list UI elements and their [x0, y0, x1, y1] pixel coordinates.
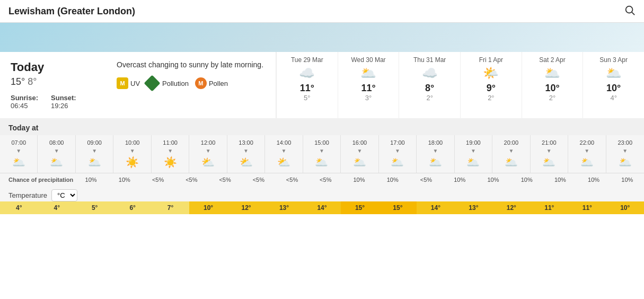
hour-icon: ☀️: [153, 154, 188, 171]
forecast-day-2: Thu 31 Mar ☁️ 8° 2°: [399, 52, 460, 118]
svg-line-1: [632, 12, 634, 15]
hour-icon: 🌥️: [493, 154, 528, 171]
temp-bar-grid: 4°4°5°6°7°10°12°13°14°15°15°14°13°12°11°…: [0, 201, 644, 214]
forecast-low: 3°: [340, 94, 397, 102]
temp-cell-6: 12°: [227, 201, 265, 214]
hour-arrow: ▼: [607, 148, 643, 154]
hour-icon: 🌥️: [418, 154, 453, 171]
sunset-label: Sunset:: [51, 94, 76, 102]
hour-icon: 🌥️: [342, 154, 377, 171]
hourly-col-12: 19:00 ▼ 🌥️: [455, 135, 492, 173]
forecast-low: 4°: [585, 94, 642, 102]
svg-point-0: [626, 6, 633, 13]
hour-arrow: ▼: [569, 148, 604, 154]
hour-label: 22:00: [569, 137, 604, 148]
hour-label: 13:00: [228, 137, 263, 148]
forecast-low: 2°: [401, 94, 458, 102]
forecast-icon: 🌥️: [524, 66, 581, 81]
precip-row: Chance of precipitation 10%10%<5%<5%<5%<…: [0, 173, 644, 186]
hour-icon: ⛅: [266, 154, 301, 171]
hourly-col-4: 11:00 ▼ ☀️: [152, 135, 189, 173]
chance-label: Chance of precipitation: [8, 177, 73, 183]
hour-arrow: ▼: [380, 148, 415, 154]
hourly-col-9: 16:00 ▼ 🌥️: [341, 135, 378, 173]
precip-val-8: 10%: [342, 175, 376, 184]
hour-label: 18:00: [418, 137, 453, 148]
top-panel: Today 15° 8° Sunrise: 06:45 Sunset: 19:2…: [0, 52, 644, 118]
today-low: 8°: [28, 76, 37, 87]
precip-val-3: <5%: [175, 175, 208, 184]
temp-cell-14: 11°: [531, 201, 568, 214]
sunrise-sunset: Sunrise: 06:45 Sunset: 19:26: [11, 94, 95, 110]
forecast-day-5: Sun 3 Apr 🌥️ 10° 4°: [583, 52, 644, 118]
forecast-date: Wed 30 Mar: [340, 56, 397, 64]
pollen-indicator: M Pollen: [195, 77, 228, 89]
forecast-day-0: Tue 29 Mar ☁️ 11° 5°: [276, 52, 338, 118]
precip-val-11: 10%: [443, 175, 477, 184]
hour-label: 16:00: [342, 137, 377, 148]
hour-arrow: ▼: [153, 148, 188, 154]
hour-arrow: ▼: [77, 148, 112, 154]
forecast-icon: 🌥️: [585, 66, 642, 81]
pollen-badge: M: [195, 77, 207, 89]
precip-val-0: 10%: [74, 175, 108, 184]
hour-icon: 🌥️: [304, 154, 339, 171]
hour-label: 10:00: [114, 137, 149, 148]
hour-icon: 🌥️: [607, 154, 643, 171]
precip-grid: 10%10%<5%<5%<5%<5%<5%<5%10%10%<5%10%10%1…: [74, 175, 644, 184]
hourly-col-1: 08:00 ▼ 🌥️: [38, 135, 75, 173]
temp-control-row: Temperature °C °F: [0, 186, 644, 201]
hourly-col-5: 12:00 ▼ ⛅: [189, 135, 227, 173]
hourly-col-13: 20:00 ▼ 🌥️: [492, 135, 530, 173]
hour-label: 19:00: [456, 137, 491, 148]
sunrise-label: Sunrise:: [11, 94, 38, 102]
precip-val-6: <5%: [275, 175, 308, 184]
hourly-grid-wrap: 07:00 ▼ 🌥️ 08:00 ▼ 🌥️ 09:00 ▼ 🌥️ 10:00 ▼…: [0, 135, 644, 173]
temp-unit-select[interactable]: °C °F: [51, 189, 77, 201]
hour-arrow: ▼: [456, 148, 491, 154]
hourly-col-0: 07:00 ▼ 🌥️: [0, 135, 38, 173]
hour-arrow: ▼: [39, 148, 74, 154]
sunset-time: 19:26: [51, 102, 68, 110]
today-at-header: Today at: [0, 118, 644, 135]
hour-icon: 🌥️: [569, 154, 604, 171]
today-desc-text: Overcast changing to sunny by late morni…: [117, 60, 265, 69]
hour-label: 23:00: [607, 137, 643, 148]
hourly-col-8: 15:00 ▼ 🌥️: [303, 135, 341, 173]
temp-cell-5: 10°: [189, 201, 227, 214]
precip-val-10: <5%: [409, 175, 443, 184]
today-description: Overcast changing to sunny by late morni…: [106, 52, 276, 118]
forecast-high: 10°: [585, 83, 642, 94]
precip-val-4: <5%: [208, 175, 242, 184]
hour-arrow: ▼: [228, 148, 263, 154]
forecast-low: 2°: [524, 94, 581, 102]
hourly-col-11: 18:00 ▼ 🌥️: [417, 135, 454, 173]
indicators: M UV Pollution M Pollen: [117, 77, 265, 89]
hour-arrow: ▼: [114, 148, 149, 154]
forecast-day-3: Fri 1 Apr 🌤️ 9° 2°: [460, 52, 522, 118]
forecast-date: Tue 29 Mar: [279, 56, 336, 64]
hour-label: 09:00: [77, 137, 112, 148]
search-icon[interactable]: [624, 4, 636, 18]
hour-arrow: ▼: [190, 148, 225, 154]
forecast-high: 11°: [279, 83, 336, 94]
hour-icon: 🌥️: [39, 154, 74, 171]
hour-label: 17:00: [380, 137, 415, 148]
temp-cell-13: 12°: [492, 201, 530, 214]
hourly-col-7: 14:00 ▼ ⛅: [265, 135, 303, 173]
today-label: Today: [11, 60, 95, 74]
forecast-date: Sun 3 Apr: [585, 56, 642, 64]
sunrise-time: 06:45: [11, 102, 28, 110]
hour-label: 21:00: [532, 137, 567, 148]
hourly-col-15: 22:00 ▼ 🌥️: [568, 135, 606, 173]
forecast-low: 2°: [463, 94, 519, 102]
uv-indicator: M UV: [117, 77, 140, 89]
hour-icon: ⛅: [190, 154, 225, 171]
hour-icon: 🌥️: [532, 154, 567, 171]
hour-arrow: ▼: [304, 148, 339, 154]
hour-arrow: ▼: [493, 148, 528, 154]
forecast-low: 5°: [279, 94, 336, 102]
bottom-section: Today at 07:00 ▼ 🌥️ 08:00 ▼ 🌥️ 09:00 ▼ 🌥…: [0, 118, 644, 214]
temp-cell-15: 11°: [568, 201, 606, 214]
forecast-high: 8°: [401, 83, 458, 94]
